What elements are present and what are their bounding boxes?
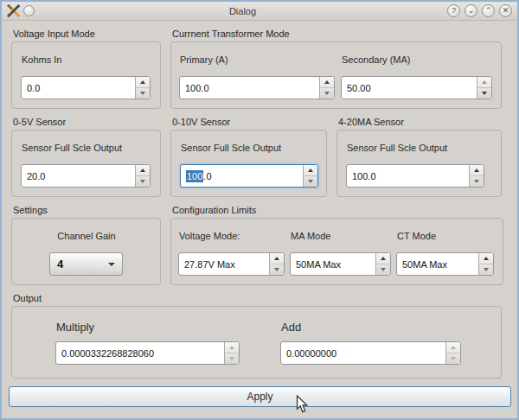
- spin-down-icon: [324, 92, 330, 95]
- sensor-0-5v-output-spinbox[interactable]: [21, 164, 151, 188]
- channel-gain-label: Channel Gain: [57, 231, 115, 242]
- dialog-window: Dialog ? ⌄ ⌃ ✕ Voltage Input Mode Kohms …: [0, 0, 519, 420]
- spin-up-icon: [274, 257, 279, 260]
- voltage-mode-spinbox[interactable]: [178, 252, 285, 276]
- spin-up-icon: [308, 169, 313, 172]
- shade-button[interactable]: ⌄: [465, 4, 477, 17]
- app-icon: [7, 4, 20, 17]
- kohms-in-input[interactable]: [22, 77, 135, 99]
- primary-input[interactable]: [180, 77, 319, 99]
- ct-mode-input[interactable]: [397, 253, 478, 275]
- kohms-in-spinbox[interactable]: [21, 76, 151, 99]
- spin-down-button[interactable]: [270, 264, 284, 275]
- multiply-input[interactable]: [56, 342, 224, 364]
- group-configuration-limits: Configuration Limits Voltage Mode:: [170, 204, 503, 285]
- spin-up-icon: [324, 80, 330, 84]
- group-title: Voltage Input Mode: [13, 28, 161, 40]
- spin-up-button[interactable]: [136, 77, 150, 88]
- spin-down-icon: [484, 268, 489, 271]
- spin-down-button[interactable]: [479, 264, 493, 275]
- sensor-0-5v-output-input[interactable]: [22, 165, 135, 187]
- dropdown-arrow-icon: [108, 263, 115, 266]
- spin-down-button[interactable]: [136, 88, 150, 99]
- group-4-20ma-sensor: 4-20MA Sensor Sensor Full Scle Output: [336, 116, 502, 197]
- spin-up-button[interactable]: [320, 77, 334, 88]
- sticky-button[interactable]: [23, 5, 35, 16]
- ct-mode-label: CT Mode: [397, 231, 494, 242]
- group-0-5v-sensor: 0-5V Sensor Sensor Full Scle Output: [11, 116, 161, 197]
- spin-down-button[interactable]: [477, 88, 491, 99]
- spin-down-icon: [140, 92, 145, 95]
- spin-down-button[interactable]: [304, 176, 317, 187]
- sensor-0-10v-output-spinbox[interactable]: 100.0: [180, 164, 318, 188]
- primary-label: Primary (A): [180, 54, 335, 66]
- spin-down-icon: [451, 357, 456, 360]
- spin-up-button[interactable]: [225, 342, 239, 353]
- sensor-4-20ma-output-label: Sensor Full Scle Output: [347, 143, 492, 154]
- primary-spinbox[interactable]: [179, 76, 335, 99]
- spin-down-icon: [482, 92, 487, 95]
- spin-up-icon: [451, 346, 456, 349]
- spin-up-icon: [482, 80, 487, 84]
- spin-up-button[interactable]: [470, 165, 484, 176]
- chevron-down-icon: ⌄: [468, 6, 475, 15]
- kohms-in-label: Kohms In: [22, 54, 151, 66]
- close-button[interactable]: ✕: [499, 4, 512, 17]
- group-title: 4-20MA Sensor: [338, 116, 502, 128]
- spin-up-button[interactable]: [376, 253, 390, 264]
- sensor-4-20ma-output-input[interactable]: [347, 165, 469, 187]
- multiply-label: Multiply: [56, 321, 240, 333]
- secondary-spinbox[interactable]: [341, 76, 492, 99]
- add-input[interactable]: [281, 342, 445, 364]
- selected-text: 100: [186, 170, 203, 182]
- spin-down-button[interactable]: [470, 176, 484, 187]
- group-title: Output: [13, 292, 502, 304]
- spin-up-icon: [140, 169, 145, 172]
- voltage-mode-input[interactable]: [179, 253, 269, 275]
- spin-up-icon: [484, 257, 489, 260]
- sensor-4-20ma-output-spinbox[interactable]: [346, 164, 484, 188]
- spin-up-button[interactable]: [136, 165, 150, 176]
- apply-button[interactable]: Apply: [9, 386, 511, 407]
- channel-gain-value: 4: [57, 258, 108, 270]
- channel-gain-combobox[interactable]: 4: [49, 252, 123, 276]
- add-label: Add: [281, 321, 461, 333]
- add-spinbox[interactable]: [280, 341, 461, 365]
- ma-mode-spinbox[interactable]: [290, 252, 391, 276]
- secondary-label: Secondary (MA): [342, 54, 492, 66]
- chevron-up-icon: ⌃: [485, 6, 492, 15]
- spin-down-button[interactable]: [320, 88, 334, 99]
- spin-down-icon: [308, 180, 313, 183]
- group-title: Currnent Transformer Mode: [172, 28, 502, 40]
- group-output: Output Multiply: [11, 292, 502, 379]
- secondary-input[interactable]: [342, 77, 477, 99]
- spin-up-icon: [229, 346, 234, 349]
- sensor-0-10v-output-input[interactable]: 100.0: [181, 165, 303, 187]
- spin-up-icon: [474, 169, 479, 172]
- help-button[interactable]: ?: [447, 4, 460, 17]
- group-0-10v-sensor: 0-10V Sensor Sensor Full Scle Output 100…: [170, 116, 327, 197]
- spin-up-icon: [381, 257, 386, 260]
- unshade-button[interactable]: ⌃: [482, 4, 495, 17]
- sensor-0-5v-output-label: Sensor Full Scle Output: [22, 143, 151, 154]
- spin-down-button[interactable]: [376, 264, 390, 275]
- multiply-spinbox[interactable]: [55, 341, 240, 365]
- voltage-mode-label: Voltage Mode:: [179, 231, 285, 242]
- ma-mode-input[interactable]: [291, 253, 375, 275]
- spin-up-icon: [140, 80, 145, 84]
- ct-mode-spinbox[interactable]: [396, 252, 494, 276]
- group-current-transformer-mode: Currnent Transformer Mode Primary (A): [170, 28, 502, 109]
- group-voltage-input-mode: Voltage Input Mode Kohms In: [11, 28, 161, 109]
- spin-down-button[interactable]: [136, 176, 150, 187]
- spin-up-button[interactable]: [479, 253, 493, 264]
- spin-up-button[interactable]: [304, 165, 317, 176]
- group-title: 0-10V Sensor: [172, 116, 327, 128]
- spin-up-button[interactable]: [270, 253, 284, 264]
- spin-up-button[interactable]: [446, 342, 460, 353]
- help-icon: ?: [452, 6, 456, 15]
- spin-down-button[interactable]: [225, 353, 239, 364]
- spin-down-button[interactable]: [446, 353, 460, 364]
- spin-up-button[interactable]: [477, 77, 491, 88]
- titlebar[interactable]: Dialog ? ⌄ ⌃ ✕: [2, 2, 517, 21]
- close-icon: ✕: [503, 6, 509, 15]
